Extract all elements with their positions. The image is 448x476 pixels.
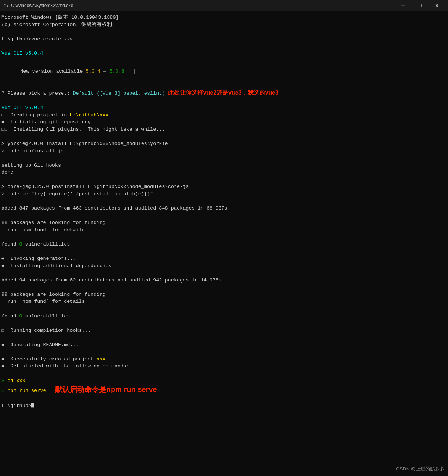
svg-text:C>: C> (4, 4, 9, 8)
line-added-847: added 847 packages from 463 contributors… (1, 205, 447, 212)
line-blank-7 (1, 155, 447, 162)
close-button[interactable]: ✕ (428, 0, 445, 11)
line-blank-12 (1, 248, 447, 255)
maximize-button[interactable]: □ (411, 0, 428, 11)
line-git-init: ◆ Initializing git repository... (1, 119, 447, 126)
line-yorkie: > yorkie@2.0.0 install L:\github\xxx\nod… (1, 140, 447, 148)
line-generating-readme: ◆ Generating README.md... (1, 341, 447, 349)
line-ms-header-2: (c) Microsoft Corporation。保留所有权利。 (1, 21, 447, 29)
line-funding-88: 88 packages are looking for funding (1, 219, 447, 226)
line-run-fund: run `npm fund` for details (1, 226, 447, 234)
line-get-started: ◆ Get started with the following command… (1, 363, 447, 370)
line-ms-header-1: Microsoft Windows [版本 10.0.19043.1889] (1, 14, 447, 21)
line-blank-13 (1, 269, 447, 277)
line-blank-10 (1, 212, 447, 219)
line-blank-6 (1, 133, 447, 140)
line-blank-15 (1, 305, 447, 313)
watermark: CSDN @上进的鹏多多 (396, 466, 444, 472)
line-blank-14 (1, 284, 447, 291)
line-install-plugins: ☐☐ Installing CLI plugins. This might ta… (1, 126, 447, 133)
update-box: New version available 5.0.4 → 5.0.8 | (8, 66, 142, 77)
line-installing-additional: ◆ Installing additional dependencies... (1, 262, 447, 270)
line-blank-5 (1, 97, 447, 105)
line-blank-16 (1, 320, 447, 327)
line-funding-99: 99 packages are looking for funding (1, 291, 447, 298)
line-npm-run-serve: $ npm run serve 默认启动命令是npm run serve (1, 384, 447, 395)
window-controls[interactable]: ─ □ ✕ (394, 0, 445, 11)
line-blank-1 (1, 28, 447, 36)
line-blank-18 (1, 348, 447, 356)
line-found-0-1: found 0 vulnerabilities (1, 241, 447, 248)
line-success: ◆ Successfully created project xxx. (1, 356, 447, 363)
line-found-0-2: found 0 vulnerabilities (1, 313, 447, 320)
line-blank-9 (1, 198, 447, 205)
line-blank-11 (1, 233, 447, 241)
line-blank-20 (1, 395, 447, 402)
line-blank-2 (1, 43, 447, 50)
line-added-94: added 94 packages from 62 contributors a… (1, 277, 447, 284)
line-vue-cli-2: Vue CLI v5.0.4 (1, 104, 447, 112)
terminal-window: Microsoft Windows [版本 10.0.19043.1889] (… (0, 11, 448, 476)
title-bar: C> C:\Windows\System32\cmd.exe ─ □ ✕ (0, 0, 448, 11)
line-blank-3 (1, 57, 447, 64)
line-blank-4 (1, 81, 447, 89)
line-run-fund-2: run `npm fund` for details (1, 298, 447, 305)
line-node-bin: > node bin/install.js (1, 148, 447, 155)
line-invoking: ◆ Invoking generators... (1, 255, 447, 262)
line-node-e: > node -e "try{require('./postinstall')}… (1, 190, 447, 198)
line-vue-create: L:\github>vue create xxx (1, 36, 447, 43)
line-blank-19 (1, 370, 447, 377)
line-blank-17 (1, 334, 447, 341)
line-preset: ? Please pick a preset: Default ([Vue 3]… (1, 88, 447, 97)
app-icon: C> (3, 3, 9, 8)
line-creating: ☐ Creating project in L:\github\xxx. (1, 112, 447, 119)
line-running-hooks: ☐ Running completion hooks... (1, 327, 447, 334)
window-title: C:\Windows\System32\cmd.exe (11, 3, 394, 8)
line-blank-8 (1, 176, 447, 184)
line-cd-xxx: $ cd xxx (1, 377, 447, 385)
line-vue-cli-1: Vue CLI v5.0.4 (1, 50, 447, 57)
line-setting-up: setting up Git hooks (1, 162, 447, 169)
line-corejs: > core-js@3.25.0 postinstall L:\github\x… (1, 183, 447, 190)
line-prompt-end: L:\github>_ (1, 402, 447, 410)
minimize-button[interactable]: ─ (394, 0, 411, 11)
update-box-container: New version available 5.0.4 → 5.0.8 | (2, 64, 447, 79)
line-done: done (1, 169, 447, 176)
